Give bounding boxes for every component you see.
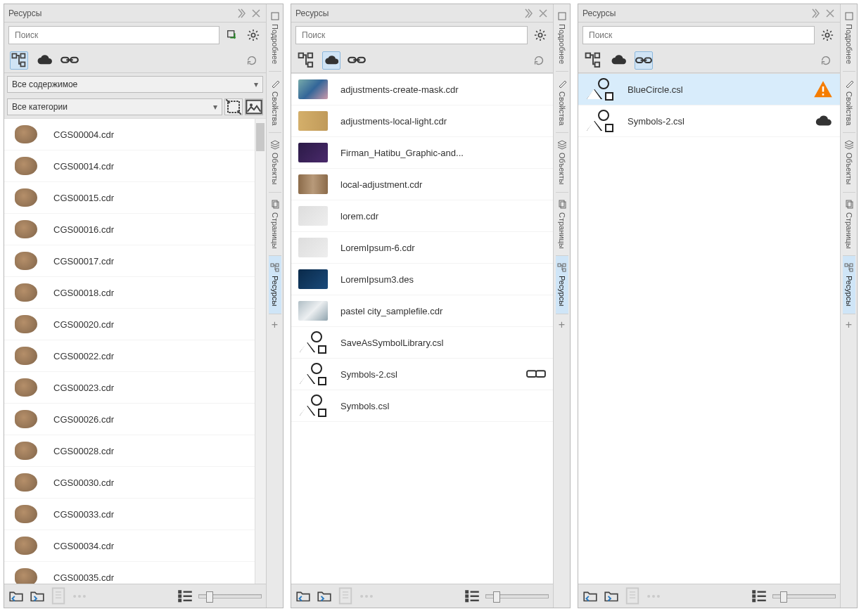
image-filter-button[interactable]: [245, 98, 263, 115]
svg-rect-33: [308, 62, 313, 67]
asset-item[interactable]: CGS00023.cdr: [4, 372, 266, 404]
list-view-button[interactable]: [464, 589, 480, 604]
asset-item[interactable]: CGS00018.cdr: [4, 277, 266, 309]
asset-item[interactable]: adjustments-create-mask.cdr: [291, 74, 553, 105]
close-button[interactable]: [250, 8, 262, 19]
close-button[interactable]: [537, 8, 549, 19]
settings-button[interactable]: [245, 27, 262, 44]
zoom-slider[interactable]: [772, 594, 836, 598]
mode-linked-button[interactable]: [348, 51, 366, 70]
side-tab-pages[interactable]: Страницы: [269, 193, 281, 257]
refresh-button[interactable]: [530, 52, 547, 69]
collapse-button[interactable]: [235, 8, 246, 19]
side-tab-info[interactable]: Подробнее: [556, 4, 568, 72]
search-input[interactable]: [8, 26, 219, 44]
svg-rect-54: [561, 202, 566, 208]
asset-item[interactable]: CGS00035.cdr: [4, 562, 266, 584]
svg-rect-11: [53, 589, 65, 604]
asset-list[interactable]: CGS00004.cdr CGS00014.cdr CGS00015.cdr C…: [4, 118, 266, 584]
asset-item[interactable]: CGS00017.cdr: [4, 245, 266, 277]
import-button[interactable]: [224, 27, 241, 44]
asset-item[interactable]: lorem.cdr: [291, 200, 553, 232]
scrollbar[interactable]: [255, 119, 266, 584]
svg-rect-74: [752, 590, 756, 593]
asset-item[interactable]: pastel city_samplefile.cdr: [291, 295, 553, 327]
mode-cloud-button[interactable]: [35, 51, 53, 70]
settings-button[interactable]: [819, 27, 836, 44]
asset-item[interactable]: CGS00034.cdr: [4, 530, 266, 562]
import-asset-button[interactable]: [582, 589, 598, 604]
settings-button[interactable]: [532, 27, 549, 44]
asset-item[interactable]: adjustments-local-light.cdr: [291, 105, 553, 137]
mode-local-button[interactable]: [584, 51, 602, 70]
search-input[interactable]: [295, 26, 528, 44]
asset-item[interactable]: CGS00015.cdr: [4, 182, 266, 214]
asset-item[interactable]: CGS00030.cdr: [4, 467, 266, 499]
list-view-button[interactable]: [751, 589, 767, 604]
asset-item[interactable]: CGS00016.cdr: [4, 214, 266, 245]
asset-item[interactable]: SaveAsSymbolLibrary.csl: [291, 327, 553, 359]
mode-local-button[interactable]: [10, 51, 28, 70]
side-tab-info[interactable]: Подробнее: [269, 4, 281, 72]
category-filter-dropdown[interactable]: Все категории: [7, 98, 222, 115]
asset-item[interactable]: LoremIpsum3.des: [291, 264, 553, 295]
side-tab-label: Ресурсы: [271, 276, 279, 306]
add-tab-button[interactable]: +: [841, 314, 857, 335]
content-filter-dropdown[interactable]: Все содержимое: [7, 76, 263, 93]
close-button[interactable]: [824, 8, 836, 19]
mode-cloud-button[interactable]: [609, 51, 628, 70]
mode-cloud-button[interactable]: [322, 51, 340, 70]
asset-item[interactable]: CGS00028.cdr: [4, 435, 266, 467]
side-tab-props[interactable]: Свойства: [843, 72, 855, 133]
side-tab-resources[interactable]: Ресурсы: [843, 256, 855, 314]
side-tab-objects[interactable]: Объекты: [843, 133, 855, 192]
export-asset-button[interactable]: [317, 589, 332, 604]
asset-item[interactable]: Symbols.csl: [291, 390, 553, 422]
asset-item[interactable]: CGS00022.cdr: [4, 340, 266, 372]
add-tab-button[interactable]: +: [554, 314, 570, 335]
collapse-button[interactable]: [522, 8, 533, 19]
asset-list[interactable]: adjustments-create-mask.cdr adjustments-…: [291, 73, 553, 584]
mode-linked-button[interactable]: [61, 51, 79, 70]
side-tab-resources[interactable]: Ресурсы: [556, 256, 568, 314]
import-asset-button[interactable]: [8, 589, 24, 604]
asset-item[interactable]: Symbols-2.csl: [291, 359, 553, 390]
list-view-button[interactable]: [177, 589, 193, 604]
asset-item[interactable]: local-adjustment.cdr: [291, 169, 553, 200]
asset-item[interactable]: CGS00004.cdr: [4, 119, 266, 150]
refresh-button[interactable]: [243, 52, 260, 69]
side-tab-props[interactable]: Свойства: [269, 72, 281, 133]
asset-list[interactable]: BlueCircle.csl Symbols-2.csl: [578, 73, 840, 584]
side-tab-props[interactable]: Свойства: [556, 72, 568, 133]
side-tab-resources[interactable]: Ресурсы: [269, 256, 281, 314]
import-asset-button[interactable]: [295, 589, 311, 604]
export-asset-button[interactable]: [604, 589, 619, 604]
side-tab-objects[interactable]: Объекты: [556, 133, 568, 192]
collapse-button[interactable]: [809, 8, 820, 19]
side-tab-objects[interactable]: Объекты: [269, 133, 281, 192]
asset-item[interactable]: CGS00014.cdr: [4, 150, 266, 182]
side-tab-pages[interactable]: Страницы: [843, 193, 855, 257]
asset-item[interactable]: CGS00020.cdr: [4, 309, 266, 340]
crop-filter-button[interactable]: [224, 98, 243, 115]
asset-item[interactable]: Symbols-2.csl: [578, 105, 840, 137]
zoom-slider[interactable]: [198, 594, 262, 598]
asset-item[interactable]: Firman_Hatibu_Graphic-and...: [291, 137, 553, 169]
zoom-slider[interactable]: [485, 594, 549, 598]
mode-linked-button[interactable]: [635, 51, 653, 70]
asset-item[interactable]: CGS00026.cdr: [4, 404, 266, 435]
add-tab-button[interactable]: +: [267, 314, 283, 335]
mode-local-button[interactable]: [297, 51, 315, 70]
side-tab-pages[interactable]: Страницы: [556, 193, 568, 257]
side-tab-label: Свойства: [271, 91, 279, 125]
svg-rect-56: [563, 264, 566, 267]
side-tab-info[interactable]: Подробнее: [843, 4, 855, 72]
refresh-button[interactable]: [817, 52, 834, 69]
asset-item[interactable]: CGS00033.cdr: [4, 499, 266, 530]
svg-rect-0: [228, 31, 234, 37]
export-asset-button[interactable]: [30, 589, 45, 604]
asset-item[interactable]: BlueCircle.csl: [578, 74, 840, 105]
info-icon: [270, 11, 280, 21]
asset-item[interactable]: LoremIpsum-6.cdr: [291, 232, 553, 264]
search-input[interactable]: [582, 26, 815, 44]
